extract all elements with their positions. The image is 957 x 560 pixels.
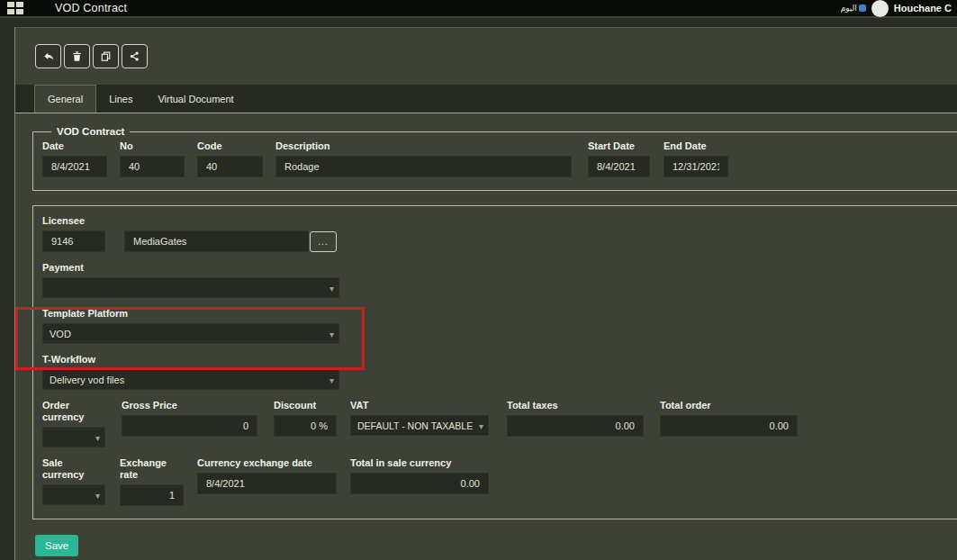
description-label: Description <box>275 140 572 152</box>
avatar[interactable] <box>871 0 889 17</box>
vat-select[interactable]: DEFAULT - NON TAXABLE ▾ <box>350 415 489 436</box>
share-button[interactable] <box>122 44 148 68</box>
order-currency-select[interactable]: ▾ <box>42 427 105 447</box>
order-currency-label: Order currency <box>42 400 105 423</box>
brand-logo-text: اليوم <box>841 4 857 13</box>
payment-label: Payment <box>42 262 954 274</box>
exchange-rate-label: Exchange rate <box>120 457 184 481</box>
gross-price-field[interactable] <box>122 415 257 437</box>
copy-icon <box>100 50 112 62</box>
vat-value: DEFAULT - NON TAXABLE <box>357 420 473 431</box>
template-platform-select[interactable]: VOD ▾ <box>42 323 339 344</box>
code-field[interactable] <box>197 156 263 177</box>
start-date-field[interactable] <box>588 156 650 177</box>
currency-exchange-date-label: Currency exchange date <box>197 457 337 469</box>
chevron-down-icon: ▾ <box>95 432 100 442</box>
template-platform-value: VOD <box>50 329 71 339</box>
trash-icon <box>71 50 83 62</box>
app-grid-icon[interactable] <box>7 2 23 15</box>
no-field[interactable] <box>120 156 185 177</box>
page-title: VOD Contract <box>55 2 127 14</box>
sale-currency-select[interactable]: ▾ <box>42 484 105 505</box>
delete-button[interactable] <box>64 44 90 68</box>
start-date-label: Start Date <box>588 140 650 152</box>
chevron-down-icon: ▾ <box>479 420 483 430</box>
licensee-label: Licensee <box>42 215 954 227</box>
total-order-field[interactable] <box>660 415 798 437</box>
exchange-rate-field[interactable] <box>120 484 184 506</box>
record-toolbar <box>35 44 957 68</box>
end-date-field[interactable] <box>664 156 728 177</box>
no-label: No <box>120 140 185 152</box>
date-field[interactable] <box>42 156 107 177</box>
licensee-browse-button[interactable]: ... <box>310 231 337 252</box>
chevron-down-icon: ▾ <box>330 329 334 339</box>
topbar: VOD Contract اليوم Houchane C <box>0 0 957 18</box>
t-workflow-value: Delivery vod files <box>50 375 124 385</box>
vat-label: VAT <box>350 400 489 411</box>
date-label: Date <box>42 140 107 152</box>
chevron-down-icon: ▾ <box>95 490 100 500</box>
description-field[interactable] <box>275 156 572 177</box>
licensee-name-field[interactable] <box>124 230 309 252</box>
tab-general[interactable]: General <box>34 85 96 113</box>
currency-exchange-date-field[interactable] <box>197 473 337 494</box>
template-platform-label: Template Platform <box>42 308 954 320</box>
total-in-sale-currency-field[interactable] <box>350 473 489 494</box>
discount-field[interactable] <box>274 415 337 437</box>
gross-price-label: Gross Price <box>122 400 257 411</box>
discount-label: Discount <box>274 400 337 411</box>
main-panel: General Lines Virtual Document VOD Contr… <box>14 27 957 560</box>
copy-button[interactable] <box>93 44 119 68</box>
total-order-label: Total order <box>660 400 798 411</box>
brand-logo-icon <box>859 5 866 12</box>
total-taxes-field[interactable] <box>507 415 644 437</box>
t-workflow-select[interactable]: Delivery vod files ▾ <box>42 369 339 390</box>
save-button[interactable]: Save <box>35 535 78 556</box>
contract-header-section: VOD Contract Date No Code Description St… <box>32 126 957 191</box>
total-in-sale-currency-label: Total in sale currency <box>350 457 489 469</box>
section-legend: VOD Contract <box>51 126 130 137</box>
total-taxes-label: Total taxes <box>507 400 644 411</box>
sale-currency-label: Sale currency <box>42 457 105 481</box>
tab-lines[interactable]: Lines <box>96 85 145 113</box>
licensee-code-field[interactable] <box>42 230 105 252</box>
tab-bar: General Lines Virtual Document <box>15 85 957 113</box>
chevron-down-icon: ▾ <box>330 375 334 384</box>
end-date-label: End Date <box>664 140 728 152</box>
undo-button[interactable] <box>35 44 61 68</box>
undo-icon <box>42 50 55 63</box>
t-workflow-label: T-Workflow <box>42 354 954 366</box>
payment-select[interactable]: ▾ <box>42 277 339 298</box>
contract-details-section: Licensee ... Payment ▾ Template Platform… <box>32 205 957 519</box>
user-name[interactable]: Houchane C <box>894 3 952 14</box>
brand-logo[interactable]: اليوم <box>841 4 866 13</box>
share-icon <box>129 50 140 62</box>
tab-virtual-document[interactable]: Virtual Document <box>145 85 246 113</box>
code-label: Code <box>197 140 263 152</box>
chevron-down-icon: ▾ <box>330 283 334 293</box>
